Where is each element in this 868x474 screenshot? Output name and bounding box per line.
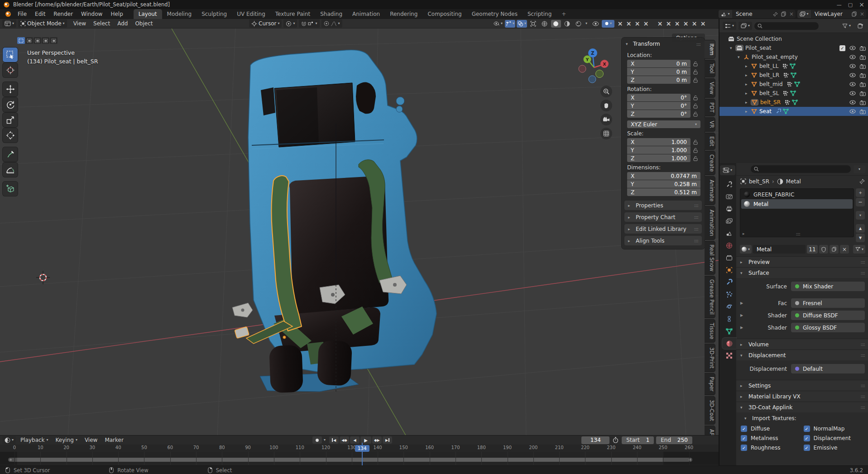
disable-render-camera-toggle[interactable]: [860, 91, 866, 96]
axis-field-x[interactable]: X1.000: [627, 138, 691, 146]
timeline-menu-playback[interactable]: Playback▾: [17, 437, 52, 443]
view-layer-properties-tab[interactable]: [722, 215, 736, 227]
object-name[interactable]: belt_mid: [759, 81, 783, 87]
workspace-tab-uv-editing[interactable]: UV Editing: [232, 9, 270, 19]
checkbox-diffuse[interactable]: ✓Diffuse: [741, 426, 802, 432]
material-slot-green_fabric[interactable]: GREEN_FABRIC: [741, 190, 853, 199]
n-panel-tab-item[interactable]: Item: [705, 40, 715, 59]
maximize-button[interactable]: ▢: [848, 2, 853, 8]
material-name-field[interactable]: Metal: [753, 245, 806, 254]
n-panel-tab-animate[interactable]: Animate: [705, 176, 715, 205]
disable-render-camera-toggle[interactable]: [860, 109, 866, 114]
material-slot-list[interactable]: GREEN_FABRICMetal▸::::: [740, 188, 854, 237]
pin-id-icon[interactable]: [859, 179, 865, 184]
workspace-tab-compositing[interactable]: Compositing: [422, 9, 466, 19]
output-properties-tab[interactable]: [722, 203, 736, 215]
editor-type-selector[interactable]: ▾: [720, 165, 735, 175]
panel-property-chart[interactable]: ▸Property Chart::::: [624, 212, 702, 222]
remove-view-layer-icon[interactable]: ×: [858, 10, 866, 18]
jump-to-start-button[interactable]: ◀: [329, 436, 339, 444]
properties-search-input[interactable]: [751, 165, 851, 173]
n-panel-tab-vr[interactable]: VR: [705, 117, 715, 132]
n-panel-tab-create[interactable]: Create: [705, 151, 715, 175]
outliner-search-input[interactable]: [754, 22, 819, 30]
socket-value-button[interactable]: Fresnel: [791, 298, 865, 308]
n-panel-tab-edit[interactable]: Edit: [705, 133, 715, 150]
n-panel-tab-paper[interactable]: Paper: [705, 373, 715, 395]
proportional-edit-group[interactable]: ▾: [321, 19, 342, 28]
disclosure-toggle[interactable]: ▾: [730, 46, 736, 50]
panel-edit-linked-library[interactable]: ▸Edit Linked Library::::: [624, 224, 702, 234]
auto-keyframe-button[interactable]: [312, 436, 322, 444]
select-mode-subtract[interactable]: [34, 37, 41, 44]
blender-menu-icon[interactable]: [3, 9, 14, 19]
volume-panel-header[interactable]: ▸Volume::::: [736, 339, 868, 350]
axis-field-z[interactable]: Z0 m: [627, 76, 691, 84]
displacement-panel-header[interactable]: ▾Displacement::::: [736, 350, 868, 360]
playhead-label[interactable]: 134: [355, 445, 369, 452]
editor-type-button[interactable]: ▾: [2, 19, 16, 28]
outliner-row-pilot_seat_empty[interactable]: ▾Pilot_seat_empty: [719, 53, 868, 62]
slot-move-down-button[interactable]: ▼: [856, 234, 865, 242]
current-frame-field[interactable]: 134: [581, 436, 609, 444]
object-name[interactable]: Pilot_seat_empty: [752, 54, 798, 60]
show-overlays-button[interactable]: ▾: [517, 20, 527, 28]
select-mode-new[interactable]: [17, 37, 25, 44]
prev-frame-button[interactable]: ◀: [350, 436, 360, 444]
checkbox-metalness[interactable]: ✓Metalness: [741, 435, 802, 441]
annotation-dot-button[interactable]: ▾: [602, 20, 614, 28]
node-selector-button[interactable]: ▾: [853, 245, 865, 254]
view-layer-name[interactable]: ViewLayer: [811, 11, 850, 17]
xray-toggle-button[interactable]: [528, 20, 538, 28]
hide-eye-toggle[interactable]: [849, 46, 856, 50]
viewport-3d[interactable]: User Perspective (134) Pilot_seat | belt…: [0, 29, 719, 435]
breadcrumb-material[interactable]: Metal: [786, 178, 801, 185]
disclosure-toggle[interactable]: ▸: [745, 91, 751, 96]
axis-field-z[interactable]: Z0°: [627, 110, 691, 118]
object-name[interactable]: Scene Collection: [737, 36, 782, 42]
workspace-tab-scripting[interactable]: Scripting: [523, 9, 556, 19]
mode-selector[interactable]: Object Mode ▾: [18, 19, 67, 28]
pin-icon[interactable]: [771, 10, 779, 18]
disable-render-camera-toggle[interactable]: [860, 100, 866, 105]
outliner-display-mode-button[interactable]: ▾: [723, 22, 736, 30]
prev-keyframe-button[interactable]: ◀◆: [340, 436, 349, 444]
material-users-count[interactable]: 11: [807, 245, 818, 254]
disable-render-camera-toggle[interactable]: [860, 73, 866, 78]
workspace-tab-shading[interactable]: Shading: [315, 9, 347, 19]
settings-panel-header[interactable]: ▸Settings::::: [736, 380, 868, 391]
orthographic-toggle-button[interactable]: [600, 128, 612, 139]
shading-solid-button[interactable]: [551, 20, 561, 28]
shading-material-button[interactable]: [562, 20, 572, 28]
object-name[interactable]: belt_SR: [760, 99, 781, 105]
material-properties-tab[interactable]: [722, 338, 736, 349]
outliner-row-belt_sr[interactable]: ▸belt_SR: [719, 98, 868, 107]
disclosure-toggle[interactable]: ▸: [745, 100, 751, 105]
unlink-material-icon[interactable]: ×: [840, 245, 849, 254]
outliner-row-belt_lr[interactable]: ▸belt_LR: [719, 71, 868, 80]
outliner-view-icon[interactable]: ▾: [739, 22, 752, 30]
expand-arrow[interactable]: ▶: [740, 326, 748, 330]
collection-properties-tab[interactable]: [722, 252, 736, 263]
panel-align-tools[interactable]: ▸Align Tools::::: [624, 236, 702, 245]
tool-measure[interactable]: [3, 163, 18, 177]
hide-eye-toggle[interactable]: [849, 55, 856, 59]
close-button[interactable]: ×: [859, 1, 864, 8]
lock-icon[interactable]: [691, 103, 700, 109]
lock-icon[interactable]: [691, 111, 700, 117]
n-panel-tab-pdt[interactable]: PDT: [705, 99, 715, 116]
workspace-tab-texture-paint[interactable]: Texture Paint: [270, 9, 315, 19]
outliner-row-belt_sl[interactable]: ▸belt_SL: [719, 89, 868, 98]
disclosure-toggle[interactable]: ▸: [745, 109, 751, 114]
object-properties-tab[interactable]: [722, 264, 736, 276]
material-slot-metal[interactable]: Metal: [741, 199, 853, 209]
n-panel-tab-tissue[interactable]: Tissue: [705, 319, 715, 343]
disclosure-toggle[interactable]: ▸: [745, 73, 751, 77]
axis-field-y[interactable]: Y0.258 m: [627, 180, 700, 188]
axis-field-y[interactable]: Y0 m: [627, 68, 691, 76]
viewport-menu-select[interactable]: Select: [90, 20, 114, 27]
visibility-eye-icon[interactable]: [590, 20, 600, 28]
checkbox-normalmap[interactable]: ✓NormalMap: [804, 426, 865, 432]
lock-icon[interactable]: [691, 95, 700, 101]
socket-value-button[interactable]: Diffuse BSDF: [791, 311, 865, 320]
